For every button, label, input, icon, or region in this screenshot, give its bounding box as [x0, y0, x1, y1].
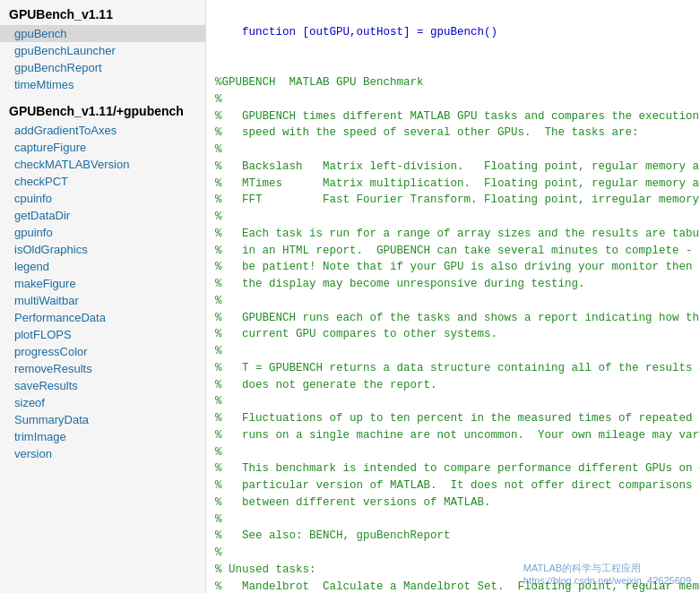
sidebar-item-summarydata[interactable]: SummaryData	[0, 411, 205, 428]
sidebar-section1-items: gpuBenchgpuBenchLaunchergpuBenchReportti…	[0, 25, 205, 93]
code-line: %	[215, 545, 691, 562]
code-line: %	[215, 343, 691, 360]
sidebar-item-multiwaitbar[interactable]: multiWaitbar	[0, 292, 205, 309]
code-line: % be patient! Note that if your GPU is a…	[215, 259, 691, 276]
code-line: %	[215, 91, 691, 108]
code-line: % FFT Fast Fourier Transform. Floating p…	[215, 192, 691, 209]
code-line: % does not generate the report.	[215, 377, 691, 394]
sidebar-item-addgradienttoaxes[interactable]: addGradientToAxes	[0, 122, 205, 139]
code-line: % between different versions of MATLAB.	[215, 494, 691, 511]
sidebar-item-gpuinfo[interactable]: gpuinfo	[0, 224, 205, 241]
sidebar-item-gpubenchlauncher[interactable]: gpuBenchLauncher	[0, 42, 205, 59]
sidebar-item-progresscolor[interactable]: progressColor	[0, 343, 205, 360]
sidebar-item-cpuinfo[interactable]: cpuinfo	[0, 190, 205, 207]
sidebar-item-checkpct[interactable]: checkPCT	[0, 173, 205, 190]
code-line: % Fluctuations of up to ten percent in t…	[215, 410, 691, 427]
sidebar-item-saveresults[interactable]: saveResults	[0, 377, 205, 394]
sidebar-item-sizeof[interactable]: sizeof	[0, 394, 205, 411]
sidebar-item-removeresults[interactable]: removeResults	[0, 360, 205, 377]
sidebar-section2-title: GPUBench_v1.11/+gpubench	[0, 97, 205, 122]
code-line: % current GPU compares to other systems.	[215, 326, 691, 343]
sidebar-item-capturefigure[interactable]: captureFigure	[0, 139, 205, 156]
sidebar-item-gpubenchreport[interactable]: gpuBenchReport	[0, 59, 205, 76]
code-line: % the display may become unresponsive du…	[215, 276, 691, 293]
code-line: % GPUBENCH runs each of the tasks and sh…	[215, 310, 691, 327]
sidebar-section2-items: addGradientToAxescaptureFigurecheckMATLA…	[0, 122, 205, 462]
code-block: function [outGPU,outHost] = gpuBench() %…	[215, 7, 691, 593]
code-line: %	[215, 444, 691, 461]
sidebar-item-legend[interactable]: legend	[0, 258, 205, 275]
sidebar-item-performancedata[interactable]: PerformanceData	[0, 309, 205, 326]
code-line: %	[215, 393, 691, 410]
sidebar-section1-title: GPUBench_v1.11	[0, 0, 205, 25]
code-line: %GPUBENCH MATLAB GPU Benchmark	[215, 74, 691, 91]
code-line: %	[215, 293, 691, 310]
sidebar-item-makefigure[interactable]: makeFigure	[0, 275, 205, 292]
sidebar-item-checkmatlabversion[interactable]: checkMATLABVersion	[0, 156, 205, 173]
code-line: %	[215, 142, 691, 159]
sidebar-item-timemtimes[interactable]: timeMtimes	[0, 76, 205, 93]
function-line: function [outGPU,outHost] = gpuBench()	[242, 26, 497, 39]
code-line: % GPUBENCH times different MATLAB GPU ta…	[215, 108, 691, 125]
sidebar-item-isoldgraphics[interactable]: isOldGraphics	[0, 241, 205, 258]
code-line: % Backslash Matrix left-division. Floati…	[215, 159, 691, 176]
code-line: % runs on a single machine are not uncom…	[215, 427, 691, 444]
code-line: %	[215, 209, 691, 226]
code-line: % See also: BENCH, gpuBenchReport	[215, 528, 691, 545]
code-line: % Mandelbrot Calculate a Mandelbrot Set.…	[215, 579, 691, 594]
code-line: % in an HTML report. GPUBENCH can take s…	[215, 243, 691, 260]
code-line: % This benchmark is intended to compare …	[215, 460, 691, 477]
code-line: % particular version of MATLAB. It does …	[215, 477, 691, 494]
code-line: % speed with the speed of several other …	[215, 125, 691, 142]
code-line: % T = GPUBENCH returns a data structure …	[215, 360, 691, 377]
sidebar-item-plotflops[interactable]: plotFLOPS	[0, 326, 205, 343]
code-line: % MTimes Matrix multiplication. Floating…	[215, 176, 691, 193]
code-line: %	[215, 511, 691, 529]
code-lines: %GPUBENCH MATLAB GPU Benchmark%% GPUBENC…	[215, 74, 691, 593]
code-line: % Unused tasks:	[215, 562, 691, 579]
main-content: function [outGPU,outHost] = gpuBench() %…	[206, 0, 700, 593]
sidebar-item-getdatadir[interactable]: getDataDir	[0, 207, 205, 224]
code-line: % Each task is run for a range of array …	[215, 226, 691, 243]
sidebar: GPUBench_v1.11 gpuBenchgpuBenchLauncherg…	[0, 0, 206, 593]
sidebar-item-version[interactable]: version	[0, 445, 205, 462]
sidebar-item-gpubench[interactable]: gpuBench	[0, 25, 205, 42]
sidebar-item-trimimage[interactable]: trimImage	[0, 428, 205, 445]
